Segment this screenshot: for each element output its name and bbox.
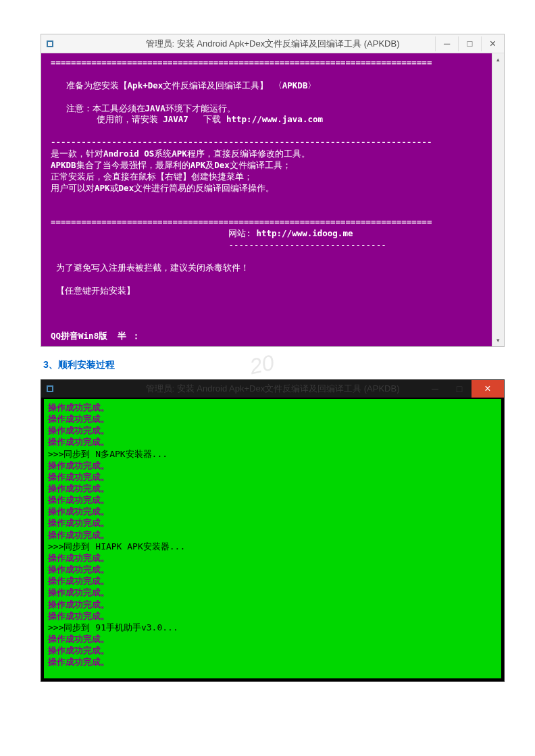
titlebar-2[interactable]: 管理员: 安装 Android Apk+Dex文件反编译及回编译工具 (APKD…	[41, 380, 504, 398]
text: 是一款，针对	[51, 148, 103, 159]
ok-line: 操作成功完成。	[48, 414, 109, 424]
ok-line: 操作成功完成。	[48, 553, 109, 563]
text: APK	[95, 183, 110, 193]
text: 〉	[307, 80, 316, 90]
text: Apk+Dex	[128, 80, 163, 90]
text: 用户可以对	[51, 183, 95, 193]
console-window-1: 管理员: 安装 Android Apk+Dex文件反编译及回编译工具 (APKD…	[41, 34, 505, 347]
ok-line: 操作成功完成。	[48, 599, 109, 610]
minimize-button[interactable]: ─	[423, 380, 447, 398]
ok-line: 操作成功完成。	[48, 495, 109, 505]
console-output-1: ========================================…	[41, 53, 492, 346]
text: 文件编译工具；	[230, 160, 291, 170]
close-button[interactable]: ×	[472, 380, 504, 398]
text: Dex	[119, 183, 134, 193]
ok-line: 操作成功完成。	[48, 576, 109, 586]
text: 文件反编译及回编译工具】 〈	[163, 80, 282, 90]
separator: ----------------------------------------…	[51, 137, 432, 147]
scrollbar[interactable]: ▴ ▾	[492, 53, 504, 346]
ok-line: 操作成功完成。	[48, 472, 109, 482]
ok-line: 操作成功完成。	[48, 402, 109, 412]
text: Android OS	[103, 148, 154, 159]
sync-line: >>>同步到 N多APK安装器...	[48, 449, 168, 459]
ok-line: 操作成功完成。	[48, 634, 109, 644]
titlebar-1[interactable]: 管理员: 安装 Android Apk+Dex文件反编译及回编译工具 (APKD…	[41, 34, 504, 53]
ok-line: 操作成功完成。	[48, 437, 109, 447]
app-icon	[47, 40, 53, 47]
app-icon	[47, 385, 53, 392]
ime-status: QQ拼音Win8版 半 ：	[51, 331, 141, 341]
console-window-2: 管理员: 安装 Android Apk+Dex文件反编译及回编译工具 (APKD…	[41, 379, 505, 682]
scroll-down-button[interactable]: ▾	[492, 334, 504, 346]
text: 正常安装后，会直接在鼠标【右键】创建快捷菜单；	[51, 171, 253, 182]
text: 文件进行简易的反编译回编译操作。	[134, 183, 274, 193]
scroll-up-button[interactable]: ▴	[492, 53, 504, 65]
text: 准备为您安装【	[51, 80, 128, 90]
press-key-prompt: 【任意键开始安装】	[51, 286, 135, 296]
text: APKDB	[282, 80, 308, 90]
text: 集合了当今最强悍，最犀利的	[76, 160, 190, 170]
separator: ========================================…	[51, 57, 432, 68]
ok-line: 操作成功完成。	[48, 645, 109, 655]
text: 网站:	[51, 228, 256, 238]
text: 下载	[188, 114, 226, 124]
ok-line: 操作成功完成。	[48, 506, 109, 516]
warning-text: 为了避免写入注册表被拦截，建议关闭杀毒软件！	[51, 263, 249, 273]
text: Dex	[214, 160, 230, 170]
ok-line: 操作成功完成。	[48, 530, 109, 540]
separator: ========================================…	[51, 217, 432, 227]
text: 注意：本工具必须在	[51, 103, 145, 113]
minimize-button[interactable]: ─	[435, 36, 458, 51]
text: 程序，直接反编译修改的工具。	[187, 148, 310, 159]
text: 环境下才能运行。	[165, 103, 236, 113]
ok-line: 操作成功完成。	[48, 425, 109, 435]
ok-line: 操作成功完成。	[48, 657, 109, 667]
text: JAVA7	[163, 114, 188, 124]
ok-line: 操作成功完成。	[48, 518, 109, 528]
separator: -------------------------------	[51, 240, 386, 250]
ok-line: 操作成功完成。	[48, 587, 109, 597]
text: JAVA	[145, 103, 165, 113]
text: APK	[172, 148, 187, 159]
ok-line: 操作成功完成。	[48, 564, 109, 574]
close-button[interactable]: ×	[481, 36, 504, 51]
sync-line: >>>同步到 HIAPK APK安装器...	[48, 541, 185, 551]
text: APK	[190, 160, 206, 170]
url-java: http://www.java.com	[226, 114, 323, 124]
text: 或	[110, 183, 119, 193]
text: 系统	[154, 148, 172, 159]
ok-line: 操作成功完成。	[48, 460, 109, 470]
maximize-button[interactable]: □	[447, 380, 472, 398]
section-heading: 3、顺利安装过程	[43, 359, 505, 371]
ok-line: 操作成功完成。	[48, 483, 109, 493]
text: APKDB	[51, 160, 76, 170]
text: 及	[205, 160, 214, 170]
text: 使用前，请安装	[51, 114, 163, 124]
console-output-2: 操作成功完成。 操作成功完成。 操作成功完成。 操作成功完成。 >>>同步到 N…	[41, 398, 504, 681]
sync-line: >>>同步到 91手机助手v3.0...	[48, 622, 178, 632]
maximize-button[interactable]: □	[458, 36, 481, 51]
ok-line: 操作成功完成。	[48, 611, 109, 621]
url-site: http://www.idoog.me	[256, 228, 353, 238]
